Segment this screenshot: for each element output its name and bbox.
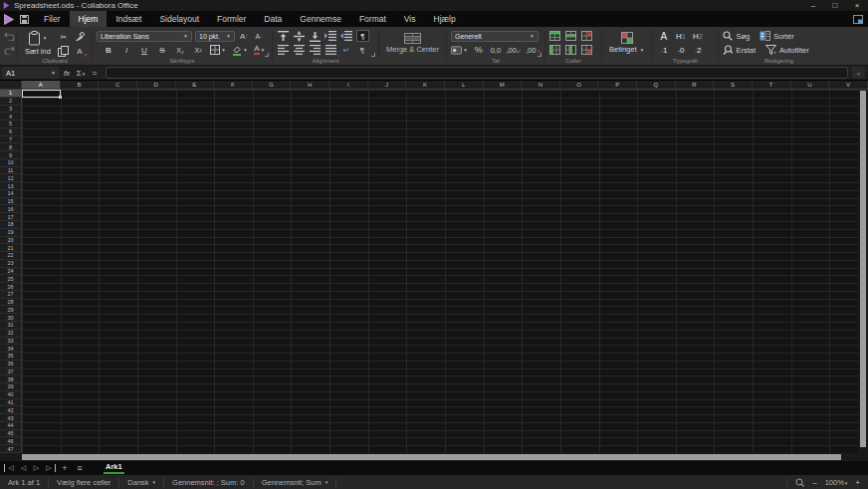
row-header-43[interactable]: 43 (0, 414, 21, 422)
name-box[interactable]: A1 ▼ (2, 67, 60, 79)
row-header-3[interactable]: 3 (0, 106, 21, 114)
alignment-dialog-launcher[interactable] (371, 53, 375, 57)
align-center-icon[interactable] (293, 44, 305, 56)
row-header-46[interactable]: 46 (0, 437, 21, 445)
selection-mode[interactable]: Vælg flere celler (49, 478, 119, 487)
save-icon[interactable] (20, 15, 29, 24)
vertical-scrollbar-thumb[interactable] (860, 91, 866, 447)
style-neutral-button[interactable]: -0 (673, 46, 688, 55)
style-good-button[interactable]: -1 (656, 46, 671, 55)
sort-button[interactable]: Sortér (760, 31, 793, 41)
row-header-11[interactable]: 11 (0, 167, 21, 175)
row-header-9[interactable]: 9 (0, 151, 21, 159)
strikethrough-button[interactable]: S (156, 44, 168, 56)
row-header-39[interactable]: 39 (0, 383, 21, 391)
sheet-tab-ark1[interactable]: Ark1 (104, 462, 124, 474)
row-header-36[interactable]: 36 (0, 361, 21, 368)
minimize-button[interactable]: – (802, 0, 824, 11)
column-header-O[interactable]: O (560, 81, 599, 89)
bold-button[interactable]: B (103, 44, 114, 56)
clone-formatting-icon[interactable] (74, 31, 86, 43)
paste-dropdown-icon[interactable]: ▼ (42, 35, 47, 41)
row-header-16[interactable]: 16 (0, 205, 21, 213)
expand-formula-bar-button[interactable]: ⌄ (852, 67, 865, 79)
row-header-1[interactable]: 1 (0, 90, 21, 98)
spreadsheet-grid[interactable] (22, 90, 862, 453)
cell-cursor[interactable] (22, 90, 61, 98)
row-header-30[interactable]: 30 (0, 314, 21, 322)
horizontal-scrollbar[interactable] (0, 453, 868, 461)
menu-item-filer[interactable]: Filer (35, 11, 70, 27)
insert-columns-right-icon[interactable] (565, 44, 577, 56)
row-header-44[interactable]: 44 (0, 422, 21, 430)
column-header-E[interactable]: E (176, 81, 215, 89)
superscript-button[interactable]: X² (192, 44, 204, 56)
grow-font-icon[interactable]: A↑ (238, 30, 250, 42)
row-header-7[interactable]: 7 (0, 136, 21, 144)
background-color-button[interactable]: ▼ (232, 44, 248, 56)
row-header-41[interactable]: 41 (0, 399, 21, 407)
decrease-indent-icon[interactable] (340, 30, 352, 42)
font-size-combo[interactable]: 10 pkt. ▼ (195, 31, 235, 42)
menu-item-formler[interactable]: Formler (208, 11, 255, 27)
first-sheet-button[interactable]: ◁ (4, 464, 17, 472)
row-header-37[interactable]: 37 (0, 368, 21, 376)
wrap-text-icon[interactable]: ↵ (340, 44, 352, 56)
row-header-18[interactable]: 18 (0, 221, 21, 229)
row-header-14[interactable]: 14 (0, 190, 21, 198)
close-button[interactable]: × (846, 0, 868, 11)
add-sheet-button[interactable]: + (58, 463, 72, 473)
row-header-5[interactable]: 5 (0, 121, 21, 128)
justify-icon[interactable] (325, 44, 336, 56)
row-header-17[interactable]: 17 (0, 213, 21, 221)
percent-format-icon[interactable]: % (473, 44, 485, 56)
column-header-B[interactable]: B (61, 81, 100, 89)
insert-rows-below-icon[interactable] (565, 30, 577, 42)
font-dialog-launcher[interactable] (265, 53, 269, 57)
next-sheet-button[interactable]: ▷ (30, 464, 43, 472)
insert-rows-above-icon[interactable] (549, 30, 561, 42)
row-header-40[interactable]: 40 (0, 391, 21, 399)
column-header-P[interactable]: P (598, 81, 637, 89)
row-header-13[interactable]: 13 (0, 182, 21, 190)
function-wizard-button[interactable]: fx (60, 69, 74, 78)
style-heading1-button[interactable]: H1 (673, 32, 688, 41)
zoom-level[interactable]: 100%▾ (825, 478, 848, 487)
undo-icon[interactable] (3, 30, 15, 42)
column-header-I[interactable]: I (329, 81, 368, 89)
row-header-32[interactable]: 32 (0, 330, 21, 338)
row-header-47[interactable]: 47 (0, 445, 21, 453)
menu-item-format[interactable]: Format (350, 11, 395, 27)
row-header-42[interactable]: 42 (0, 406, 21, 414)
currency-format-button[interactable]: ▼ (451, 44, 468, 56)
row-header-35[interactable]: 35 (0, 353, 21, 361)
row-header-21[interactable]: 21 (0, 244, 21, 252)
merge-center-button[interactable]: Merge & Center (383, 33, 442, 54)
menu-item-hjælp[interactable]: Hjælp (425, 11, 465, 27)
row-header-22[interactable]: 22 (0, 252, 21, 260)
column-header-V[interactable]: V (829, 81, 868, 89)
notebookbar-options-button[interactable] (853, 11, 868, 27)
column-header-F[interactable]: F (214, 81, 253, 89)
row-header-33[interactable]: 33 (0, 338, 21, 346)
thousands-separator-icon[interactable]: 0,0 (490, 44, 502, 56)
column-header-G[interactable]: G (253, 81, 292, 89)
column-header-H[interactable]: H (291, 81, 329, 89)
italic-button[interactable]: I (120, 44, 132, 56)
paragraph-mark-icon[interactable]: ¶ (356, 44, 368, 56)
row-header-2[interactable]: 2 (0, 98, 21, 106)
row-header-27[interactable]: 27 (0, 291, 21, 299)
menu-item-data[interactable]: Data (255, 11, 291, 27)
row-header-8[interactable]: 8 (0, 143, 21, 151)
row-header-38[interactable]: 38 (0, 375, 21, 383)
row-header-19[interactable]: 19 (0, 229, 21, 237)
row-header-45[interactable]: 45 (0, 430, 21, 438)
row-header-10[interactable]: 10 (0, 159, 21, 167)
align-bottom-icon[interactable] (309, 30, 321, 42)
language-selector[interactable]: Dansk▾ (119, 478, 164, 487)
column-header-R[interactable]: R (676, 81, 715, 89)
row-header-25[interactable]: 25 (0, 275, 21, 283)
menu-item-indsæt[interactable]: Indsæt (107, 11, 150, 27)
increase-indent-icon[interactable] (325, 30, 336, 42)
add-decimal-icon[interactable]: ,00↙ (507, 44, 522, 56)
